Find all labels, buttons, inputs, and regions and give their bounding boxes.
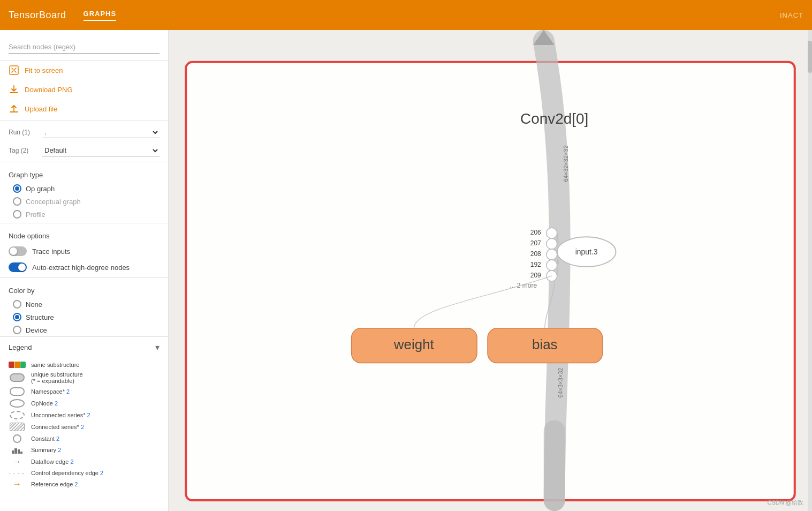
svg-rect-0 <box>10 66 18 74</box>
more-label: ... 2 more <box>510 282 537 289</box>
node-conv2d-label: Conv2d[0] <box>520 110 588 127</box>
legend-colors-icon <box>9 362 26 368</box>
run-label: Run (1) <box>9 129 38 136</box>
legend-title: Legend <box>9 343 32 351</box>
node-206[interactable] <box>547 228 557 238</box>
legend-connected-icon <box>9 423 26 431</box>
legend-unconnected: Unconnected series* 2 <box>0 409 168 421</box>
fit-to-screen-button[interactable]: Fit to screen <box>0 61 168 80</box>
legend-dataflow-arrow: → <box>13 457 21 467</box>
node-207[interactable] <box>547 238 557 249</box>
legend-reference-label: Reference edge 2 <box>31 481 78 487</box>
tag-row: Tag (2) Default <box>0 141 168 160</box>
legend-summary-link[interactable]: 2 <box>58 447 61 453</box>
legend-unique-icon <box>9 373 26 382</box>
app-title: TensorBoard <box>9 10 66 21</box>
color-structure[interactable]: Structure <box>0 311 168 324</box>
radio-profile-circle <box>13 210 21 219</box>
legend-connected-label: Connected series* 2 <box>31 424 84 430</box>
node-208-label: 208 <box>530 250 541 258</box>
legend-dataflow-icon: → <box>9 457 26 467</box>
legend-control-arrow: - - -→ <box>9 470 26 476</box>
node-207-label: 207 <box>530 239 541 247</box>
nav-graphs[interactable]: GRAPHS <box>84 10 117 21</box>
trace-inputs-row: Trace inputs <box>0 243 168 259</box>
legend-dataflow-link[interactable]: 2 <box>70 459 73 465</box>
trace-inputs-thumb <box>10 247 17 255</box>
node-209-label: 209 <box>530 272 541 279</box>
download-png-button[interactable]: Download PNG <box>0 80 168 99</box>
legend-unique: unique substructure(* = expandable) <box>0 370 168 386</box>
legend-chevron-icon: ▾ <box>155 342 160 352</box>
auto-extract-label: Auto-extract high-degree nodes <box>32 264 130 272</box>
legend-summary: Summary 2 <box>0 445 168 455</box>
node-weight-label: weight <box>393 337 435 352</box>
legend-namespace-link[interactable]: 2 <box>66 388 70 395</box>
legend-reference: → Reference edge 2 <box>0 478 168 491</box>
legend-namespace: Namespace* 2 <box>0 386 168 397</box>
tag-label: Tag (2) <box>9 147 38 154</box>
legend-namespace-label: Namespace* 2 <box>31 388 70 395</box>
legend-colors-label: same substructure <box>31 362 79 368</box>
radio-conceptual-graph[interactable]: Conceptual graph <box>0 195 168 208</box>
upload-file-label: Upload file <box>25 105 57 113</box>
legend-summary-label: Summary 2 <box>31 447 61 453</box>
color-none[interactable]: None <box>0 298 168 311</box>
node-208[interactable] <box>547 249 557 260</box>
run-select[interactable]: . <box>42 126 160 138</box>
legend-control: - - -→ Control dependency edge 2 <box>0 468 168 478</box>
legend-opnode-label: OpNode 2 <box>31 400 58 407</box>
tag-select[interactable]: Default <box>42 145 160 156</box>
color-none-label: None <box>26 300 42 309</box>
auto-extract-row: Auto-extract high-degree nodes <box>0 259 168 275</box>
node-options-header: Node options <box>0 226 168 243</box>
legend-constant: Constant 2 <box>0 433 168 445</box>
graph-svg: 64×32×32×32 Conv2d[0] 64×3×3×32 input.3 … <box>169 30 812 511</box>
upload-file-button[interactable]: Upload file <box>0 99 168 118</box>
radio-conceptual-graph-label: Conceptual graph <box>26 198 81 206</box>
auto-extract-thumb <box>18 264 26 271</box>
legend-unconnected-link[interactable]: 2 <box>87 412 90 418</box>
legend-unconnected-label: Unconnected series* 2 <box>31 412 90 418</box>
radio-conceptual-graph-circle <box>13 197 21 206</box>
auto-extract-toggle[interactable] <box>9 262 27 272</box>
legend-colors: same substructure <box>0 360 168 370</box>
scrollbar[interactable] <box>808 30 812 511</box>
scroll-thumb[interactable] <box>808 41 812 73</box>
legend-namespace-icon <box>9 387 26 396</box>
legend-connected-link[interactable]: 2 <box>81 424 84 430</box>
radio-op-graph[interactable]: Op graph <box>0 182 168 195</box>
legend-constant-label: Constant 2 <box>31 435 59 442</box>
legend-opnode-link[interactable]: 2 <box>55 400 58 407</box>
trace-inputs-toggle[interactable] <box>9 246 27 256</box>
search-container <box>0 36 168 61</box>
color-device[interactable]: Device <box>0 324 168 336</box>
legend-constant-link[interactable]: 2 <box>56 435 59 442</box>
legend-reference-icon: → <box>9 479 26 489</box>
graph-area[interactable]: 64×32×32×32 Conv2d[0] 64×3×3×32 input.3 … <box>169 30 812 511</box>
download-icon <box>9 84 19 95</box>
main: Fit to screen Download PNG Upload file R… <box>0 30 812 511</box>
search-input[interactable] <box>9 41 160 54</box>
radio-op-graph-circle <box>13 184 21 193</box>
node-206-label: 206 <box>530 229 541 236</box>
radio-profile[interactable]: Profile <box>0 208 168 221</box>
legend-dataflow: → Dataflow edge 2 <box>0 455 168 468</box>
legend-unique-label: unique substructure(* = expandable) <box>31 371 83 384</box>
node-192[interactable] <box>547 260 557 270</box>
legend-control-link[interactable]: 2 <box>100 470 103 476</box>
legend-header[interactable]: Legend ▾ <box>0 336 168 358</box>
legend-unconnected-icon <box>9 411 26 419</box>
node-192-label: 192 <box>530 261 541 268</box>
color-structure-circle <box>13 313 21 321</box>
fit-to-screen-label: Fit to screen <box>25 66 63 74</box>
legend-summary-icon <box>9 446 26 454</box>
sidebar: Fit to screen Download PNG Upload file R… <box>0 30 169 511</box>
node-input3[interactable]: input.3 <box>575 247 598 256</box>
legend-connected: Connected series* 2 <box>0 421 168 433</box>
legend-control-icon: - - -→ <box>9 470 26 476</box>
legend-opnode-icon <box>9 399 26 408</box>
svg-rect-2 <box>186 62 794 500</box>
header-inactive: INACT <box>780 11 803 19</box>
legend-reference-link[interactable]: 2 <box>74 481 78 487</box>
